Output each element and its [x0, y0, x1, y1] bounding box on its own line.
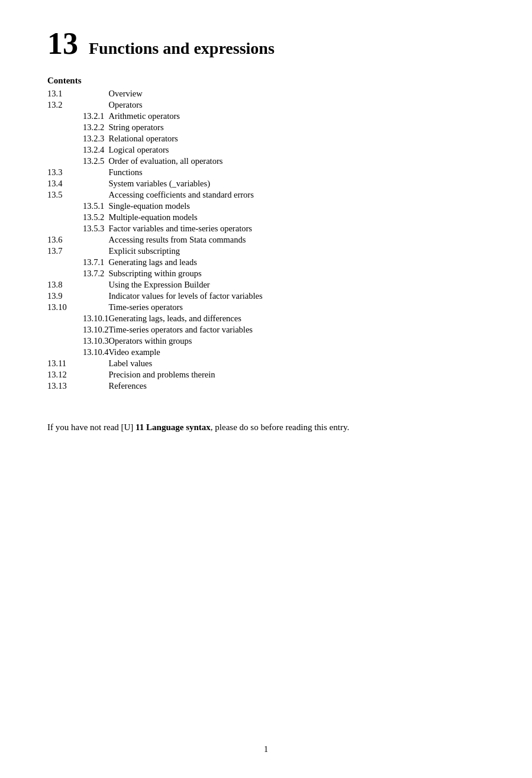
toc-label: Explicit subscripting	[109, 246, 485, 257]
toc-row: 13.8Using the Expression Builder	[47, 279, 485, 290]
toc-num: 13.10.4	[47, 347, 109, 358]
toc-label: Accessing coefficients and standard erro…	[109, 189, 485, 201]
toc-label: Operators	[109, 99, 485, 111]
toc-row: 13.12Precision and problems therein	[47, 369, 485, 380]
toc-row: 13.3Functions	[47, 167, 485, 178]
chapter-number: 13	[47, 28, 78, 59]
toc-row: 13.10.4Video example	[47, 347, 485, 358]
toc-row: 13.11Label values	[47, 358, 485, 369]
toc-label: Single-equation models	[109, 201, 485, 212]
toc-row: 13.5.3Factor variables and time-series o…	[47, 223, 485, 234]
toc-label: Indicator values for levels of factor va…	[109, 290, 485, 302]
toc-label: Label values	[109, 358, 485, 369]
toc-label: Time-series operators and factor variabl…	[109, 324, 485, 335]
toc-num: 13.8	[47, 279, 109, 290]
toc-row: 13.10Time-series operators	[47, 302, 485, 313]
toc-row: 13.4System variables (_variables)	[47, 178, 485, 189]
toc-row: 13.9Indicator values for levels of facto…	[47, 290, 485, 302]
toc-row: 13.7.2Subscripting within groups	[47, 268, 485, 279]
toc-num: 13.2.2	[47, 122, 109, 133]
chapter-title: Functions and expressions	[89, 39, 275, 58]
intro-before: If you have not read [U]	[47, 422, 136, 432]
intro-text: If you have not read [U] 11 Language syn…	[47, 420, 485, 434]
toc-label: Order of evaluation, all operators	[109, 156, 485, 167]
toc-label: Accessing results from Stata commands	[109, 234, 485, 246]
toc-row: 13.7.1Generating lags and leads	[47, 257, 485, 268]
toc-num: 13.10.2	[47, 324, 109, 335]
toc-row: 13.13References	[47, 380, 485, 392]
toc-num: 13.5.2	[47, 212, 109, 223]
toc-num: 13.2.1	[47, 111, 109, 122]
toc-num: 13.2.3	[47, 133, 109, 144]
toc-row: 13.2.2String operators	[47, 122, 485, 133]
toc-num: 13.1	[47, 88, 109, 99]
toc-num: 13.9	[47, 290, 109, 302]
toc-num: 13.2	[47, 99, 109, 111]
toc-row: 13.7Explicit subscripting	[47, 246, 485, 257]
toc-label: Video example	[109, 347, 485, 358]
toc-label: Relational operators	[109, 133, 485, 144]
toc-row: 13.5Accessing coefficients and standard …	[47, 189, 485, 201]
toc-row: 13.2.4Logical operators	[47, 144, 485, 156]
toc-row: 13.10.3Operators within groups	[47, 335, 485, 347]
intro-after: , please do so before reading this entry…	[211, 422, 349, 432]
toc-label: Factor variables and time-series operato…	[109, 223, 485, 234]
toc-num: 13.6	[47, 234, 109, 246]
toc-num: 13.4	[47, 178, 109, 189]
toc-num: 13.7.1	[47, 257, 109, 268]
contents-label: Contents	[47, 76, 485, 86]
toc-num: 13.11	[47, 358, 109, 369]
contents-section: Contents 13.1Overview13.2Operators13.2.1…	[47, 76, 485, 392]
toc-table: 13.1Overview13.2Operators13.2.1Arithmeti…	[47, 88, 485, 392]
toc-label: Arithmetic operators	[109, 111, 485, 122]
toc-row: 13.10.2Time-series operators and factor …	[47, 324, 485, 335]
toc-label: Generating lags and leads	[109, 257, 485, 268]
toc-label: Generating lags, leads, and differences	[109, 313, 485, 324]
toc-label: Time-series operators	[109, 302, 485, 313]
toc-label: Overview	[109, 88, 485, 99]
toc-row: 13.2.1Arithmetic operators	[47, 111, 485, 122]
intro-reference: 11 Language syntax	[136, 422, 211, 432]
toc-num: 13.10	[47, 302, 109, 313]
toc-label: Precision and problems therein	[109, 369, 485, 380]
toc-row: 13.1Overview	[47, 88, 485, 99]
toc-num: 13.5.3	[47, 223, 109, 234]
toc-label: Logical operators	[109, 144, 485, 156]
toc-num: 13.5	[47, 189, 109, 201]
toc-label: Using the Expression Builder	[109, 279, 485, 290]
toc-num: 13.10.1	[47, 313, 109, 324]
toc-num: 13.10.3	[47, 335, 109, 347]
toc-label: Multiple-equation models	[109, 212, 485, 223]
toc-row: 13.6Accessing results from Stata command…	[47, 234, 485, 246]
toc-num: 13.7.2	[47, 268, 109, 279]
toc-row: 13.2.3Relational operators	[47, 133, 485, 144]
toc-num: 13.12	[47, 369, 109, 380]
toc-row: 13.5.2Multiple-equation models	[47, 212, 485, 223]
toc-label: String operators	[109, 122, 485, 133]
toc-num: 13.7	[47, 246, 109, 257]
toc-label: References	[109, 380, 485, 392]
toc-num: 13.2.5	[47, 156, 109, 167]
toc-row: 13.2.5Order of evaluation, all operators	[47, 156, 485, 167]
toc-num: 13.3	[47, 167, 109, 178]
toc-label: Subscripting within groups	[109, 268, 485, 279]
chapter-header: 13 Functions and expressions	[47, 28, 485, 59]
toc-row: 13.5.1Single-equation models	[47, 201, 485, 212]
page-number: 1	[264, 745, 268, 754]
toc-label: Operators within groups	[109, 335, 485, 347]
toc-label: System variables (_variables)	[109, 178, 485, 189]
toc-row: 13.10.1Generating lags, leads, and diffe…	[47, 313, 485, 324]
toc-num: 13.2.4	[47, 144, 109, 156]
toc-label: Functions	[109, 167, 485, 178]
toc-num: 13.13	[47, 380, 109, 392]
page: 13 Functions and expressions Contents 13…	[0, 0, 532, 482]
toc-num: 13.5.1	[47, 201, 109, 212]
toc-row: 13.2Operators	[47, 99, 485, 111]
